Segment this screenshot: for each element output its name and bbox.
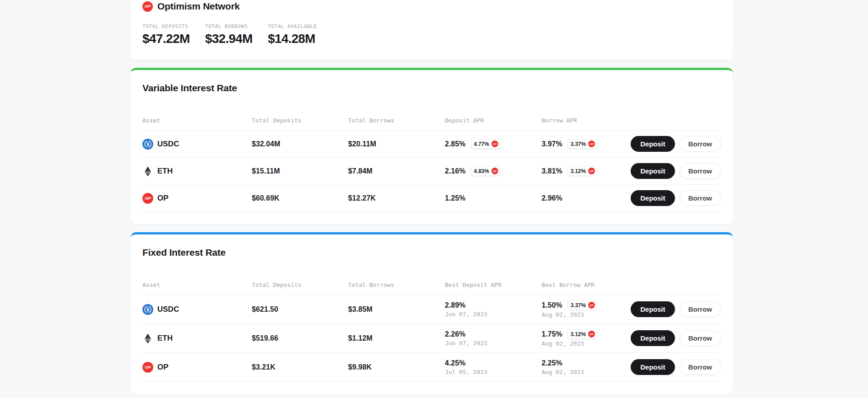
borrow-apr-date: Aug 02, 2023 (542, 369, 631, 375)
boost-apr-value: 3.37% (571, 302, 586, 309)
best-deposit-apr-cell: 2.26% Jun 07, 2023 (445, 330, 542, 346)
borrow-apr-value: 3.97% (542, 140, 562, 148)
borrow-button[interactable]: Borrow (679, 163, 722, 179)
row-actions: Deposit Borrow (631, 190, 721, 206)
best-deposit-apr-cell: 2.89% Jun 07, 2023 (445, 301, 542, 318)
row-actions: Deposit Borrow (631, 136, 721, 152)
col-header-best-deposit-apr: Best Deposit APR (445, 281, 542, 288)
asset-name: USDC (157, 140, 179, 149)
boost-apr-value: 4.83% (474, 168, 489, 174)
total-deposits-value: $60.69K (252, 194, 348, 202)
asset-cell: $ USDC (142, 304, 252, 315)
borrow-button[interactable]: Borrow (679, 190, 722, 206)
col-header-asset: Asset (142, 117, 252, 124)
row-actions: Deposit Borrow (631, 163, 721, 179)
total-deposits-value: $32.04M (252, 140, 348, 148)
asset-cell: ETH (142, 333, 252, 344)
borrow-button[interactable]: Borrow (679, 136, 722, 152)
deposit-button[interactable]: Deposit (631, 330, 675, 346)
asset-name: ETH (157, 167, 173, 176)
op-icon: OP (491, 168, 498, 174)
eth-icon (142, 166, 153, 177)
network-title-row: OP Optimism Network (142, 1, 721, 12)
borrow-button[interactable]: Borrow (679, 330, 722, 346)
boost-apr-value: 4.77% (474, 141, 489, 147)
total-borrows-value: $1.12M (348, 334, 445, 342)
col-header-borrow-apr: Borrow APR (542, 117, 721, 124)
table-row-eth: ETH $15.11M $7.84M 2.16% 4.83% OP 3.81% … (142, 158, 721, 185)
deposit-button[interactable]: Deposit (631, 301, 675, 317)
deposit-apr-cell: 2.85% 4.77% OP (445, 139, 542, 149)
borrow-button[interactable]: Borrow (679, 301, 722, 317)
deposit-button[interactable]: Deposit (631, 136, 675, 152)
boost-apr-value: 3.12% (571, 168, 586, 174)
total-borrows-value: $9.98K (348, 363, 445, 371)
variable-table-header: Asset Total Deposits Total Borrows Depos… (142, 117, 721, 131)
fixed-rate-title: Fixed Interest Rate (142, 247, 721, 258)
stat-total-available: TOTAL AVAILABLE $14.28M (268, 23, 317, 46)
stat-value: $32.94M (205, 32, 253, 46)
deposit-apr-cell: 1.25% (445, 194, 542, 202)
op-icon: OP (588, 331, 595, 337)
deposit-apr-value: 2.85% (445, 140, 466, 148)
stat-total-borrows: TOTAL BORROWS $32.94M (205, 23, 253, 46)
asset-name: OP (157, 363, 169, 372)
best-borrow-apr-cell: 1.50% 3.37% OP Aug 02, 2023 (542, 300, 631, 318)
borrow-apr-date: Aug 02, 2023 (542, 340, 631, 347)
stat-value: $47.22M (142, 32, 190, 46)
col-header-total-borrows: Total Borrows (348, 281, 445, 288)
deposit-button[interactable]: Deposit (631, 163, 675, 179)
stat-label: TOTAL AVAILABLE (268, 23, 317, 29)
op-boost-badge: 3.37% OP (567, 300, 597, 310)
boost-apr-value: 3.37% (571, 141, 586, 147)
deposit-apr-date: Jun 07, 2023 (445, 311, 542, 318)
total-borrows-value: $20.11M (348, 140, 445, 148)
col-header-total-deposits: Total Deposits (252, 281, 348, 288)
network-stats: TOTAL DEPOSITS $47.22M TOTAL BORROWS $32… (142, 23, 721, 46)
stat-label: TOTAL DEPOSITS (142, 23, 190, 29)
variable-rate-card: Variable Interest Rate Asset Total Depos… (131, 68, 733, 224)
borrow-apr-value: 3.81% (542, 167, 562, 175)
fixed-table-header: Asset Total Deposits Total Borrows Best … (142, 281, 721, 295)
borrow-button[interactable]: Borrow (679, 359, 722, 375)
deposit-apr-value: 1.25% (445, 194, 466, 202)
deposit-apr-value: 4.25% (445, 359, 542, 367)
asset-cell: OP OP (142, 193, 252, 204)
col-header-total-borrows: Total Borrows (348, 117, 445, 124)
col-header-deposit-apr: Deposit APR (445, 117, 542, 124)
deposit-apr-value: 2.26% (445, 330, 542, 338)
deposit-button[interactable]: Deposit (631, 190, 675, 206)
deposit-button[interactable]: Deposit (631, 359, 675, 375)
op-boost-badge: 4.83% OP (471, 166, 500, 176)
op-coin-icon: OP (142, 193, 153, 204)
usdc-icon: $ (142, 139, 153, 150)
eth-icon (142, 333, 153, 344)
asset-name: OP (157, 194, 169, 203)
op-boost-badge: 3.12% OP (567, 329, 597, 339)
svg-text:$: $ (146, 306, 149, 312)
stat-total-deposits: TOTAL DEPOSITS $47.22M (142, 23, 190, 46)
network-summary-card: OP Optimism Network TOTAL DEPOSITS $47.2… (131, 0, 733, 60)
optimism-icon: OP (142, 1, 153, 12)
total-borrows-value: $3.85M (348, 305, 445, 314)
row-actions: Deposit Borrow (631, 359, 721, 375)
deposit-apr-value: 2.16% (445, 167, 466, 175)
variable-rate-title: Variable Interest Rate (142, 83, 721, 94)
page-content: OP Optimism Network TOTAL DEPOSITS $47.2… (131, 0, 733, 398)
borrow-apr-cell: 3.97% 3.37% OP (542, 139, 631, 149)
op-boost-badge: 4.77% OP (471, 139, 500, 149)
deposit-apr-value: 2.89% (445, 301, 542, 309)
deposit-apr-date: Jul 05, 2023 (445, 369, 542, 375)
best-borrow-apr-cell: 1.75% 3.12% OP Aug 02, 2023 (542, 329, 631, 347)
op-boost-badge: 3.12% OP (567, 166, 597, 176)
row-actions: Deposit Borrow (631, 330, 721, 346)
best-deposit-apr-cell: 4.25% Jul 05, 2023 (445, 359, 542, 375)
total-borrows-value: $7.84M (348, 167, 445, 175)
borrow-apr-cell: 2.96% (542, 194, 631, 202)
deposit-apr-date: Jun 07, 2023 (445, 340, 542, 346)
borrow-apr-value: 2.25% (542, 359, 631, 367)
svg-text:$: $ (146, 141, 149, 146)
asset-cell: OP OP (142, 362, 252, 373)
fixed-rate-card: Fixed Interest Rate Asset Total Deposits… (131, 232, 733, 394)
col-header-best-borrow-apr: Best Borrow APR (542, 281, 721, 288)
